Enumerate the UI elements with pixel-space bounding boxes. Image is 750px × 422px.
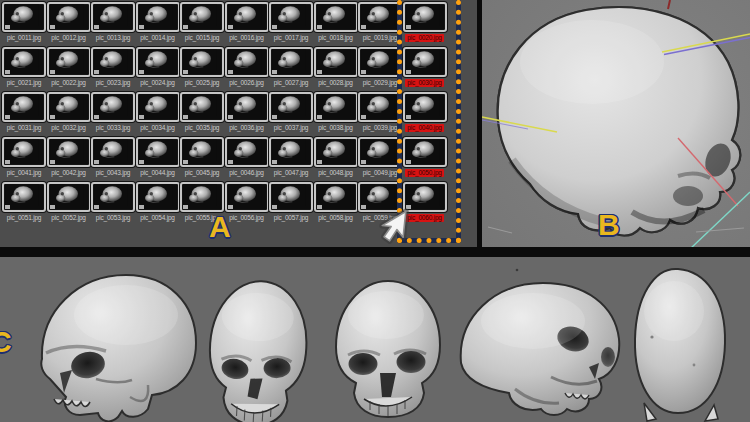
- skull-xray-image: [227, 4, 263, 26]
- thumbnail-frame: [2, 137, 46, 167]
- image-thumbnail[interactable]: pic_0021.jpg: [2, 47, 46, 92]
- image-thumbnail[interactable]: pic_0049.jpg: [358, 137, 402, 182]
- skull-top-view: [635, 269, 725, 421]
- thumbnail-filename: pic_0032.jpg: [51, 124, 85, 132]
- image-thumbnail[interactable]: pic_0027.jpg: [269, 47, 313, 92]
- image-thumbnail[interactable]: pic_0039.jpg: [358, 92, 402, 137]
- skull-xray-image: [93, 49, 129, 71]
- image-thumbnail[interactable]: pic_0011.jpg: [2, 2, 46, 47]
- image-thumbnail[interactable]: pic_0056.jpg: [225, 182, 269, 227]
- skull-xray-image: [93, 4, 129, 26]
- skull-xray-image: [182, 139, 218, 161]
- skull-xray-image: [4, 139, 40, 161]
- thumbnail-frame: [225, 92, 269, 122]
- image-thumbnail[interactable]: pic_0026.jpg: [225, 47, 269, 92]
- image-thumbnail[interactable]: pic_0043.jpg: [91, 137, 135, 182]
- thumbnail-filename: pic_0053.jpg: [96, 214, 130, 222]
- image-thumbnail[interactable]: pic_0016.jpg: [225, 2, 269, 47]
- image-thumbnail[interactable]: pic_0032.jpg: [47, 92, 91, 137]
- skull-xray-image: [405, 139, 441, 161]
- image-thumbnail[interactable]: pic_0048.jpg: [314, 137, 358, 182]
- skull-xray-image: [4, 4, 40, 26]
- image-thumbnail[interactable]: pic_0050.jpg: [403, 137, 447, 182]
- image-thumbnail[interactable]: pic_0025.jpg: [180, 47, 224, 92]
- thumbnail-filename: pic_0031.jpg: [7, 124, 41, 132]
- image-thumbnail[interactable]: pic_0041.jpg: [2, 137, 46, 182]
- thumbnail-filename: pic_0024.jpg: [140, 79, 174, 87]
- skull-xray-image: [316, 4, 352, 26]
- image-thumbnail[interactable]: pic_0014.jpg: [136, 2, 180, 47]
- thumbnail-badge-icon: [5, 160, 10, 164]
- image-thumbnail[interactable]: pic_0057.jpg: [269, 182, 313, 227]
- thumbnail-filename: pic_0058.jpg: [318, 214, 352, 222]
- thumbnail-filename: pic_0035.jpg: [185, 124, 219, 132]
- image-thumbnail[interactable]: pic_0019.jpg: [358, 2, 402, 47]
- image-thumbnail[interactable]: pic_0023.jpg: [91, 47, 135, 92]
- image-thumbnail[interactable]: pic_0047.jpg: [269, 137, 313, 182]
- thumbnail-frame: [269, 47, 313, 77]
- thumbnail-frame: [225, 2, 269, 32]
- image-thumbnail[interactable]: pic_0024.jpg: [136, 47, 180, 92]
- thumbnail-badge-icon: [317, 70, 322, 74]
- thumbnail-badge-icon: [228, 70, 233, 74]
- image-thumbnail[interactable]: pic_0040.jpg: [403, 92, 447, 137]
- thumbnail-frame: [91, 92, 135, 122]
- image-thumbnail[interactable]: pic_0015.jpg: [180, 2, 224, 47]
- skull-xray-image: [4, 184, 40, 206]
- thumbnail-frame: [403, 92, 447, 122]
- thumbnail-badge-icon: [5, 25, 10, 29]
- image-thumbnail[interactable]: pic_0013.jpg: [91, 2, 135, 47]
- image-thumbnail[interactable]: pic_0018.jpg: [314, 2, 358, 47]
- image-thumbnail[interactable]: pic_0053.jpg: [91, 182, 135, 227]
- skull-xray-image: [49, 139, 85, 161]
- thumbnail-frame: [358, 47, 402, 77]
- image-thumbnail[interactable]: pic_0034.jpg: [136, 92, 180, 137]
- thumbnail-frame: [47, 47, 91, 77]
- image-thumbnail[interactable]: pic_0046.jpg: [225, 137, 269, 182]
- thumbnail-badge-icon: [406, 25, 411, 29]
- skull-xray-image: [182, 49, 218, 71]
- image-thumbnail[interactable]: pic_0035.jpg: [180, 92, 224, 137]
- skull-right-three-quarter-view: [461, 283, 620, 415]
- image-thumbnail[interactable]: pic_0030.jpg: [403, 47, 447, 92]
- thumbnail-frame: [47, 137, 91, 167]
- tick-gray-bottom-left: [488, 227, 512, 233]
- panel-divider-horizontal: [0, 247, 750, 257]
- image-thumbnail[interactable]: pic_0033.jpg: [91, 92, 135, 137]
- skull-xray-image: [316, 49, 352, 71]
- image-thumbnail[interactable]: pic_0052.jpg: [47, 182, 91, 227]
- thumbnail-filename: pic_0034.jpg: [140, 124, 174, 132]
- image-thumbnail[interactable]: pic_0051.jpg: [2, 182, 46, 227]
- thumbnail-frame: [358, 137, 402, 167]
- thumbnail-badge-icon: [317, 205, 322, 209]
- image-thumbnail[interactable]: pic_0029.jpg: [358, 47, 402, 92]
- image-thumbnail[interactable]: pic_0044.jpg: [136, 137, 180, 182]
- image-thumbnail[interactable]: pic_0012.jpg: [47, 2, 91, 47]
- thumbnail-filename: pic_0037.jpg: [274, 124, 308, 132]
- thumbnail-frame: [358, 2, 402, 32]
- image-thumbnail[interactable]: pic_0020.jpg: [403, 2, 447, 47]
- thumbnail-filename: pic_0040.jpg: [405, 124, 443, 132]
- skull-xray-image: [271, 4, 307, 26]
- image-thumbnail[interactable]: pic_0022.jpg: [47, 47, 91, 92]
- image-thumbnail[interactable]: pic_0031.jpg: [2, 92, 46, 137]
- axis-tick-darkred-top: [668, 0, 670, 9]
- image-thumbnail[interactable]: pic_0017.jpg: [269, 2, 313, 47]
- thumbnail-frame: [47, 92, 91, 122]
- wireframe-skull: [498, 7, 741, 235]
- image-thumbnail[interactable]: pic_0045.jpg: [180, 137, 224, 182]
- image-thumbnail[interactable]: pic_0038.jpg: [314, 92, 358, 137]
- image-thumbnail[interactable]: pic_0054.jpg: [136, 182, 180, 227]
- thumbnail-frame: [136, 182, 180, 212]
- image-thumbnail[interactable]: pic_0036.jpg: [225, 92, 269, 137]
- thumbnail-frame: [2, 47, 46, 77]
- thumbnail-filename: pic_0036.jpg: [229, 124, 263, 132]
- thumbnail-frame: [91, 2, 135, 32]
- skull-xray-image: [138, 4, 174, 26]
- thumbnail-frame: [314, 2, 358, 32]
- image-thumbnail[interactable]: pic_0028.jpg: [314, 47, 358, 92]
- image-thumbnail[interactable]: pic_0037.jpg: [269, 92, 313, 137]
- image-thumbnail[interactable]: pic_0042.jpg: [47, 137, 91, 182]
- image-thumbnail[interactable]: pic_0058.jpg: [314, 182, 358, 227]
- skull-xray-image: [138, 184, 174, 206]
